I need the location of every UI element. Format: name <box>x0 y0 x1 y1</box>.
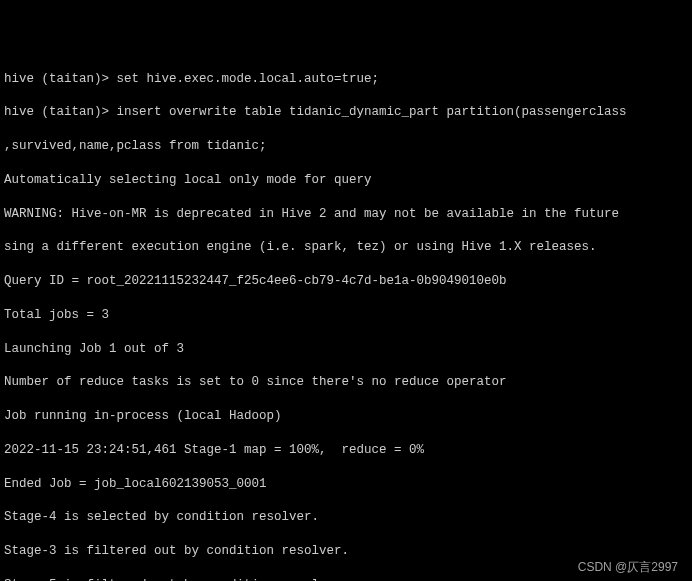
output-line: WARNING: Hive-on-MR is deprecated in Hiv… <box>4 206 688 223</box>
output-line: Number of reduce tasks is set to 0 since… <box>4 374 688 391</box>
output-line: Total jobs = 3 <box>4 307 688 324</box>
output-line: Query ID = root_20221115232447_f25c4ee6-… <box>4 273 688 290</box>
output-line: 2022-11-15 23:24:51,461 Stage-1 map = 10… <box>4 442 688 459</box>
output-line: Ended Job = job_local602139053_0001 <box>4 476 688 493</box>
command-text: insert overwrite table tidanic_dynamic_p… <box>117 105 627 119</box>
output-line: Stage-3 is filtered out by condition res… <box>4 543 688 560</box>
terminal-line: ,survived,name,pclass from tidanic; <box>4 138 688 155</box>
output-line: sing a different execution engine (i.e. … <box>4 239 688 256</box>
shell-prompt: hive (taitan)> <box>4 105 117 119</box>
output-line: Job running in-process (local Hadoop) <box>4 408 688 425</box>
terminal-line: hive (taitan)> insert overwrite table ti… <box>4 104 688 121</box>
output-line: Launching Job 1 out of 3 <box>4 341 688 358</box>
output-line: Stage-4 is selected by condition resolve… <box>4 509 688 526</box>
command-continuation: ,survived,name,pclass from tidanic; <box>4 139 267 153</box>
output-line: Stage-5 is filtered out by condition res… <box>4 577 688 581</box>
shell-prompt: hive (taitan)> <box>4 72 117 86</box>
command-text: set hive.exec.mode.local.auto=true; <box>117 72 380 86</box>
output-line: Automatically selecting local only mode … <box>4 172 688 189</box>
terminal-line: hive (taitan)> set hive.exec.mode.local.… <box>4 71 688 88</box>
watermark-text: CSDN @仄言2997 <box>578 559 678 575</box>
